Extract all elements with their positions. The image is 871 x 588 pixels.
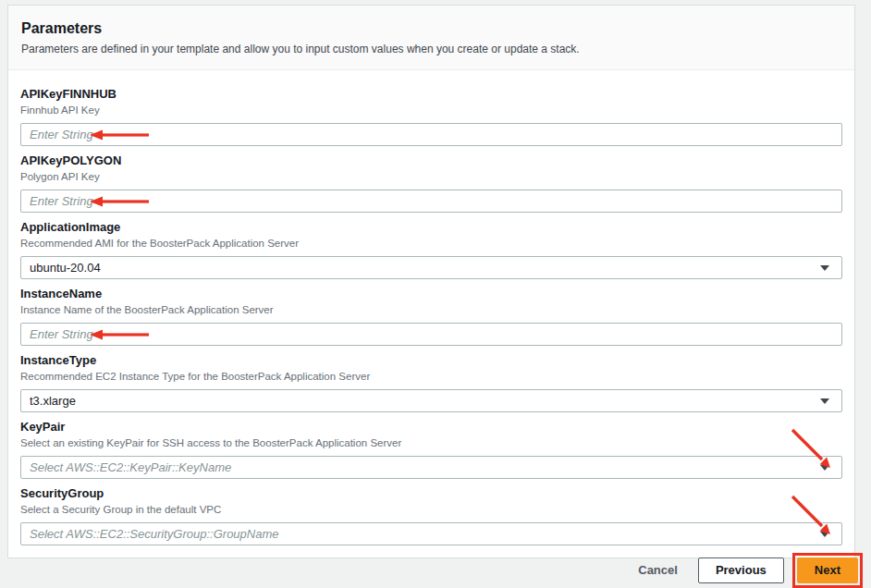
- next-button[interactable]: Next: [797, 557, 858, 583]
- field-instancetype: InstanceType Recommended EC2 Instance Ty…: [20, 354, 842, 412]
- field-label: APIKeyFINNHUB: [20, 88, 842, 101]
- field-label: InstanceType: [20, 354, 842, 367]
- keypair-select[interactable]: Select AWS::EC2::KeyPair::KeyName: [20, 456, 842, 479]
- field-instancename: InstanceName Instance Name of the Booste…: [20, 288, 842, 346]
- field-description: Recommended AMI for the BoosterPack Appl…: [20, 237, 842, 250]
- field-description: Select an existing KeyPair for SSH acces…: [20, 436, 842, 449]
- page-title: Parameters: [21, 20, 841, 37]
- field-securitygroup: SecurityGroup Select a Security Group in…: [20, 487, 842, 545]
- field-applicationimage: ApplicationImage Recommended AMI for the…: [20, 221, 842, 279]
- chevron-down-icon: [820, 265, 829, 271]
- chevron-down-icon: [820, 465, 829, 471]
- parameters-form: APIKeyFINNHUB Finnhub API Key APIKeyPOLY…: [8, 70, 854, 557]
- field-label: APIKeyPOLYGON: [20, 154, 842, 167]
- apikeypolygon-input[interactable]: [30, 190, 833, 212]
- chevron-down-icon: [820, 532, 829, 537]
- field-label: KeyPair: [20, 421, 842, 434]
- field-description: Recommended EC2 Instance Type for the Bo…: [20, 370, 842, 383]
- field-label: SecurityGroup: [20, 487, 842, 500]
- apikeyfinnhub-input-wrapper: [20, 123, 842, 146]
- apikeyfinnhub-input[interactable]: [30, 124, 833, 145]
- instancetype-select[interactable]: t3.xlarge: [20, 389, 842, 412]
- red-highlight-box-annotation: Next: [792, 553, 863, 588]
- field-description: Polygon API Key: [20, 170, 842, 183]
- apikeypolygon-input-wrapper: [20, 190, 842, 213]
- previous-button[interactable]: Previous: [698, 557, 784, 583]
- field-description: Select a Security Group in the default V…: [20, 503, 842, 516]
- instancename-input[interactable]: [30, 324, 833, 345]
- wizard-footer: Cancel Previous Next: [0, 552, 871, 588]
- chevron-down-icon: [820, 398, 829, 404]
- field-label: InstanceName: [20, 288, 842, 300]
- select-placeholder: Select AWS::EC2::SecurityGroup::GroupNam…: [30, 527, 279, 541]
- field-apikeypolygon: APIKeyPOLYGON Polygon API Key: [20, 154, 842, 213]
- select-value: t3.xlarge: [30, 394, 76, 408]
- field-keypair: KeyPair Select an existing KeyPair for S…: [20, 421, 842, 479]
- cancel-button[interactable]: Cancel: [629, 557, 687, 582]
- field-description: Instance Name of the BoosterPack Applica…: [20, 303, 842, 316]
- field-label: ApplicationImage: [20, 221, 842, 234]
- instancename-input-wrapper: [20, 323, 842, 346]
- page-description: Parameters are defined in your template …: [21, 43, 841, 55]
- parameters-panel: Parameters Parameters are defined in you…: [7, 5, 855, 558]
- parameters-panel-header: Parameters Parameters are defined in you…: [8, 6, 854, 70]
- securitygroup-select[interactable]: Select AWS::EC2::SecurityGroup::GroupNam…: [20, 522, 842, 545]
- select-value: ubuntu-20.04: [30, 261, 101, 275]
- field-apikeyfinnhub: APIKeyFINNHUB Finnhub API Key: [20, 88, 842, 146]
- field-description: Finnhub API Key: [20, 104, 842, 116]
- select-placeholder: Select AWS::EC2::KeyPair::KeyName: [30, 460, 231, 474]
- applicationimage-select[interactable]: ubuntu-20.04: [20, 256, 842, 279]
